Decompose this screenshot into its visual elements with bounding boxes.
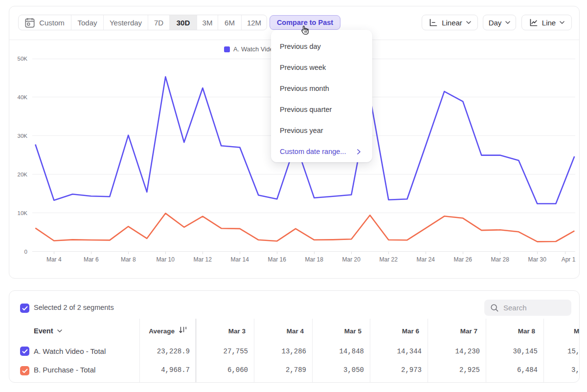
svg-text:Mar 18: Mar 18 <box>305 256 324 263</box>
svg-text:0: 0 <box>24 249 27 255</box>
svg-text:20K: 20K <box>18 172 28 177</box>
svg-text:50K: 50K <box>18 56 28 62</box>
svg-text:Mar 12: Mar 12 <box>194 256 212 263</box>
svg-text:Mar 22: Mar 22 <box>380 256 398 263</box>
svg-text:Mar 20: Mar 20 <box>342 256 361 263</box>
svg-text:Mar 28: Mar 28 <box>491 256 510 263</box>
svg-text:Mar 26: Mar 26 <box>454 256 473 263</box>
svg-text:40K: 40K <box>18 94 28 100</box>
svg-text:10K: 10K <box>18 210 28 216</box>
svg-text:Mar 8: Mar 8 <box>121 256 136 263</box>
svg-text:Apr 1: Apr 1 <box>562 256 576 263</box>
svg-text:Mar 30: Mar 30 <box>528 256 547 263</box>
svg-text:Mar 4: Mar 4 <box>46 256 62 263</box>
svg-text:Mar 16: Mar 16 <box>268 256 287 263</box>
svg-text:Mar 24: Mar 24 <box>417 256 435 263</box>
svg-text:Mar 14: Mar 14 <box>231 256 249 263</box>
svg-text:30K: 30K <box>18 133 28 139</box>
svg-text:Mar 10: Mar 10 <box>157 256 175 263</box>
svg-text:Mar 6: Mar 6 <box>84 256 99 263</box>
